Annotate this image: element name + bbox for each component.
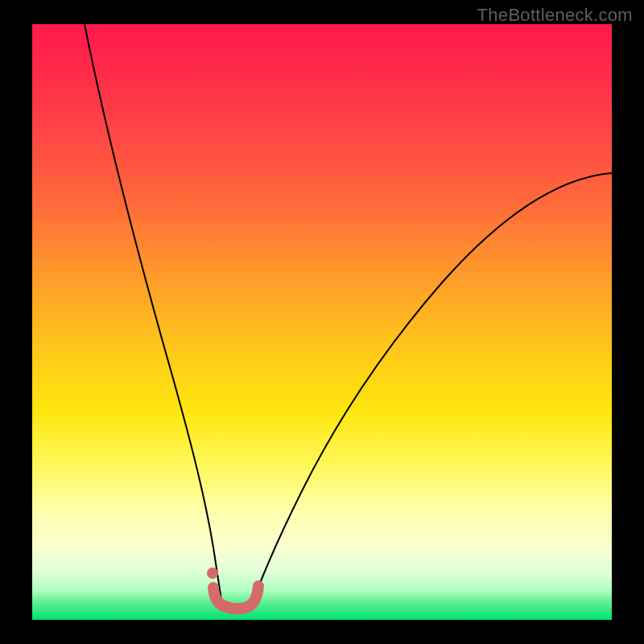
floor-dot-marker (207, 568, 218, 579)
bottleneck-curve (32, 24, 612, 620)
watermark-text: TheBottleneck.com (477, 5, 633, 26)
right-branch-path (252, 173, 612, 605)
chart-frame: TheBottleneck.com (0, 0, 644, 644)
left-branch-path (85, 24, 222, 605)
plot-area (32, 24, 612, 620)
